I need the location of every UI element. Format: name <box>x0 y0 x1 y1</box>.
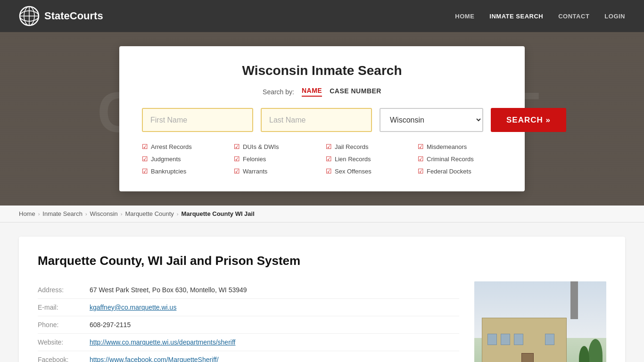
nav-login[interactable]: LOGIN <box>604 13 625 20</box>
checkbox-misdemeanors: ☑ Misdemeanors <box>418 141 502 152</box>
search-button[interactable]: SEARCH » <box>491 108 566 132</box>
checkbox-icon: ☑ <box>142 143 148 150</box>
info-row-website: Website: http://www.co.marquette.wi.us/d… <box>38 334 459 351</box>
content-area: Marquette County, WI Jail and Prison Sys… <box>0 222 644 362</box>
checkbox-label: Warrants <box>243 168 267 175</box>
door <box>521 353 534 362</box>
checkbox-icon: ☑ <box>234 143 240 150</box>
breadcrumb: Home › Inmate Search › Wisconsin › Marqu… <box>0 206 644 222</box>
search-card: Wisconsin Inmate Search Search by: NAME … <box>119 46 525 191</box>
checkbox-label: Federal Dockets <box>427 168 471 175</box>
checkbox-label: Misdemeanors <box>427 143 467 150</box>
checkbox-label: Arrest Records <box>151 143 192 150</box>
checkbox-label: Lien Records <box>335 156 371 163</box>
checkbox-felonies: ☑ Felonies <box>234 154 318 164</box>
last-name-input[interactable] <box>261 108 372 132</box>
logo[interactable]: StateCourts <box>19 6 103 26</box>
info-label-website: Website: <box>38 338 90 346</box>
info-value-address: 67 West Park Street, Po Box 630, Montell… <box>90 286 247 294</box>
window-1 <box>487 334 497 345</box>
info-row-email: E-mail: kgaffney@co.marquette.wi.us <box>38 299 459 316</box>
content-card: Marquette County, WI Jail and Prison Sys… <box>19 237 625 362</box>
nav-inmate-search[interactable]: INMATE SEARCH <box>489 13 543 20</box>
info-label-address: Address: <box>38 286 90 294</box>
logo-text: StateCourts <box>44 10 103 22</box>
checkbox-label: Jail Records <box>335 143 369 150</box>
breadcrumb-sep-2: › <box>85 211 87 217</box>
search-inputs-row: Wisconsin AlabamaAlaskaArizona ArkansasC… <box>142 108 502 132</box>
breadcrumb-marquette-county[interactable]: Marquette County <box>125 210 174 217</box>
window-4 <box>545 334 554 345</box>
breadcrumb-inmate-search[interactable]: Inmate Search <box>42 210 83 217</box>
info-row-facebook: Facebook: https://www.facebook.com/Marqu… <box>38 351 459 362</box>
checkbox-label: Judgments <box>151 156 181 163</box>
window-2 <box>501 334 510 345</box>
search-by-label: Search by: <box>263 88 294 96</box>
checkboxes-grid: ☑ Arrest Records ☑ DUIs & DWIs ☑ Jail Re… <box>142 141 502 176</box>
info-value-phone: 608-297-2115 <box>90 321 131 329</box>
checkbox-icon: ☑ <box>234 167 240 175</box>
checkbox-duis: ☑ DUIs & DWIs <box>234 141 318 152</box>
checkbox-arrest-records: ☑ Arrest Records <box>142 141 226 152</box>
checkbox-federal-dockets: ☑ Federal Dockets <box>418 166 502 176</box>
info-row-phone: Phone: 608-297-2115 <box>38 316 459 334</box>
first-name-input[interactable] <box>142 108 253 132</box>
checkbox-lien-records: ☑ Lien Records <box>326 154 410 164</box>
hero-area: COURTHOUSE Wisconsin Inmate Search Searc… <box>0 32 644 206</box>
info-value-email[interactable]: kgaffney@co.marquette.wi.us <box>90 304 176 311</box>
checkbox-criminal-records: ☑ Criminal Records <box>418 154 502 164</box>
tower <box>570 281 578 319</box>
checkbox-icon: ☑ <box>418 143 424 150</box>
checkbox-icon: ☑ <box>142 167 148 175</box>
jail-image <box>474 281 606 362</box>
checkbox-label: Bankruptcies <box>151 168 186 175</box>
site-nav: HOME INMATE SEARCH CONTACT LOGIN <box>455 13 625 20</box>
breadcrumb-current: Marquette County WI Jail <box>182 210 255 217</box>
breadcrumb-sep-3: › <box>121 211 123 217</box>
checkbox-label: Felonies <box>243 156 266 163</box>
info-value-facebook[interactable]: https://www.facebook.com/MarquetteSherif… <box>90 356 219 362</box>
breadcrumb-sep-4: › <box>177 211 179 217</box>
checkbox-warrants: ☑ Warrants <box>234 166 318 176</box>
checkbox-icon: ☑ <box>418 155 424 163</box>
info-row-address: Address: 67 West Park Street, Po Box 630… <box>38 281 459 299</box>
search-by-row: Search by: NAME CASE NUMBER <box>142 87 502 97</box>
tab-case-number[interactable]: CASE NUMBER <box>330 87 381 96</box>
content-layout: Address: 67 West Park Street, Po Box 630… <box>38 281 606 362</box>
nav-contact[interactable]: CONTACT <box>558 13 589 20</box>
search-card-title: Wisconsin Inmate Search <box>142 63 502 78</box>
site-header: StateCourts HOME INMATE SEARCH CONTACT L… <box>0 0 644 32</box>
info-section: Address: 67 West Park Street, Po Box 630… <box>38 281 459 362</box>
checkbox-sex-offenses: ☑ Sex Offenses <box>326 166 410 176</box>
checkbox-label: Criminal Records <box>427 156 474 163</box>
info-label-facebook: Facebook: <box>38 356 90 362</box>
checkbox-label: Sex Offenses <box>335 168 372 175</box>
checkbox-icon: ☑ <box>418 167 424 175</box>
checkbox-bankruptcies: ☑ Bankruptcies <box>142 166 226 176</box>
logo-icon <box>19 6 40 26</box>
checkbox-icon: ☑ <box>326 167 332 175</box>
info-label-email: E-mail: <box>38 304 90 311</box>
checkbox-icon: ☑ <box>326 155 332 163</box>
checkbox-label: DUIs & DWIs <box>243 143 279 150</box>
breadcrumb-sep-1: › <box>38 211 40 217</box>
checkbox-judgments: ☑ Judgments <box>142 154 226 164</box>
nav-home[interactable]: HOME <box>455 13 474 20</box>
breadcrumb-wisconsin[interactable]: Wisconsin <box>90 210 118 217</box>
window-3 <box>514 334 523 345</box>
tab-name[interactable]: NAME <box>302 87 322 97</box>
checkbox-icon: ☑ <box>326 143 332 150</box>
checkbox-jail-records: ☑ Jail Records <box>326 141 410 152</box>
state-select[interactable]: Wisconsin AlabamaAlaskaArizona ArkansasC… <box>380 108 483 132</box>
checkbox-icon: ☑ <box>142 155 148 163</box>
content-title: Marquette County, WI Jail and Prison Sys… <box>38 254 606 268</box>
info-label-phone: Phone: <box>38 321 90 329</box>
breadcrumb-home[interactable]: Home <box>19 210 35 217</box>
info-value-website[interactable]: http://www.co.marquette.wi.us/department… <box>90 338 235 346</box>
checkbox-icon: ☑ <box>234 155 240 163</box>
